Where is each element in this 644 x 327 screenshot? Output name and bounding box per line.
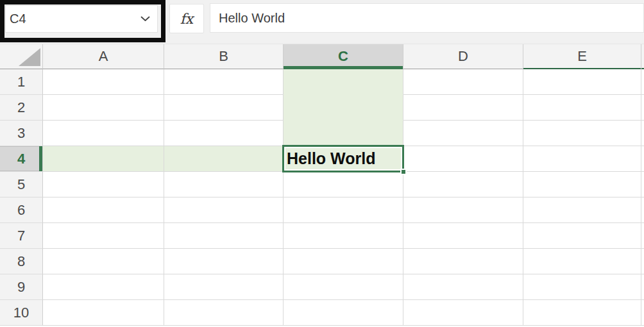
cell-C6[interactable] xyxy=(284,197,403,223)
column-header-D[interactable]: D xyxy=(403,44,523,69)
cell-E3[interactable] xyxy=(523,121,641,146)
cell-C10[interactable] xyxy=(284,300,403,326)
cell-overflow-10 xyxy=(641,300,644,326)
grid-row-6: 6 xyxy=(0,197,644,223)
row-header-label: 1 xyxy=(17,74,25,90)
column-header-B[interactable]: B xyxy=(164,44,284,69)
row-header-1[interactable]: 1 xyxy=(0,69,43,95)
grid-row-2: 2 xyxy=(0,95,644,121)
row-header-10[interactable]: 10 xyxy=(0,300,43,326)
cell-E10[interactable] xyxy=(523,300,641,326)
cell-C2[interactable] xyxy=(284,95,403,121)
cell-A6[interactable] xyxy=(43,197,164,223)
row-header-4[interactable]: 4 xyxy=(0,146,43,172)
row-header-8[interactable]: 8 xyxy=(0,249,43,274)
cell-overflow-6 xyxy=(641,197,644,223)
select-all-corner[interactable] xyxy=(0,44,43,69)
cell-A2[interactable] xyxy=(43,95,164,121)
row-header-label: 6 xyxy=(17,202,25,219)
cell-D5[interactable] xyxy=(403,172,523,197)
cell-E5[interactable] xyxy=(523,172,641,197)
cell-A5[interactable] xyxy=(43,172,164,197)
grid-row-9: 9 xyxy=(0,274,644,300)
cell-E2[interactable] xyxy=(523,95,641,121)
cell-E1[interactable] xyxy=(523,69,641,95)
cell-D6[interactable] xyxy=(403,197,523,223)
formula-bar-value[interactable]: Hello World xyxy=(210,11,285,26)
row-header-label: 3 xyxy=(17,125,25,142)
fill-handle[interactable] xyxy=(400,169,407,175)
row-header-label: 8 xyxy=(17,253,25,270)
row-selection-bar xyxy=(39,146,42,171)
cell-B2[interactable] xyxy=(164,95,284,121)
grid-row-1: 1 xyxy=(0,69,644,95)
column-header-row: ABCDE xyxy=(0,44,644,69)
cell-D1[interactable] xyxy=(403,69,523,95)
row-header-9[interactable]: 9 xyxy=(0,274,43,300)
name-box-value[interactable]: C4 xyxy=(6,12,140,26)
cell-B1[interactable] xyxy=(164,69,284,95)
column-header-A[interactable]: A xyxy=(43,44,164,69)
cell-E8[interactable] xyxy=(523,249,641,274)
column-header-C[interactable]: C xyxy=(284,44,403,69)
cell-B7[interactable] xyxy=(164,223,284,249)
cell-A7[interactable] xyxy=(43,223,164,249)
row-header-3[interactable]: 3 xyxy=(0,121,43,146)
cell-C9[interactable] xyxy=(284,274,403,300)
cell-D8[interactable] xyxy=(403,249,523,274)
cell-D3[interactable] xyxy=(403,121,523,146)
cell-B8[interactable] xyxy=(164,249,284,274)
cell-C7[interactable] xyxy=(284,223,403,249)
row-header-label: 10 xyxy=(13,305,29,321)
grid-row-4: 4Hello World xyxy=(0,146,644,172)
cell-E9[interactable] xyxy=(523,274,641,300)
row-header-2[interactable]: 2 xyxy=(0,95,43,121)
cell-E4[interactable] xyxy=(523,146,641,172)
cell-A3[interactable] xyxy=(43,121,164,146)
chevron-down-icon[interactable] xyxy=(140,16,150,22)
cell-overflow-1 xyxy=(641,69,644,95)
row-header-7[interactable]: 7 xyxy=(0,223,43,249)
formula-bar[interactable]: Hello World xyxy=(210,3,644,33)
name-box[interactable]: C4 xyxy=(5,5,158,33)
cell-E6[interactable] xyxy=(523,197,641,223)
active-cell-value: Hello World xyxy=(287,146,375,171)
cell-B3[interactable] xyxy=(164,121,284,146)
cell-E7[interactable] xyxy=(523,223,641,249)
cell-C8[interactable] xyxy=(284,249,403,274)
cell-D7[interactable] xyxy=(403,223,523,249)
cell-C4[interactable]: Hello World xyxy=(284,146,403,172)
cell-A9[interactable] xyxy=(43,274,164,300)
formula-bar-row: C4 fx Hello World xyxy=(0,0,644,44)
row-header-5[interactable]: 5 xyxy=(0,172,43,197)
cell-A10[interactable] xyxy=(43,300,164,326)
cell-C3[interactable] xyxy=(284,121,403,146)
cell-D2[interactable] xyxy=(403,95,523,121)
cell-A1[interactable] xyxy=(43,69,164,95)
grid-row-10: 10 xyxy=(0,300,644,326)
column-header-E[interactable]: E xyxy=(523,44,641,69)
cell-D9[interactable] xyxy=(403,274,523,300)
cell-A4[interactable] xyxy=(43,146,164,172)
row-header-label: 4 xyxy=(17,151,25,167)
cell-C5[interactable] xyxy=(284,172,403,197)
cell-B6[interactable] xyxy=(164,197,284,223)
column-header-overflow xyxy=(641,44,644,69)
fx-icon: fx xyxy=(180,11,194,27)
grid-body: 1234Hello World5678910 xyxy=(0,69,644,326)
cell-B4[interactable] xyxy=(164,146,284,172)
row-header-6[interactable]: 6 xyxy=(0,197,43,223)
cell-C1[interactable] xyxy=(284,69,403,95)
cell-D4[interactable] xyxy=(403,146,523,172)
cell-B9[interactable] xyxy=(164,274,284,300)
cell-overflow-5 xyxy=(641,172,644,197)
cell-D10[interactable] xyxy=(403,300,523,326)
cell-B5[interactable] xyxy=(164,172,284,197)
spreadsheet-app: C4 fx Hello World ABCDE 1234Hello World5… xyxy=(0,0,644,327)
grid-row-5: 5 xyxy=(0,172,644,197)
grid-row-3: 3 xyxy=(0,121,644,146)
row-header-label: 2 xyxy=(17,99,25,116)
cell-B10[interactable] xyxy=(164,300,284,326)
insert-function-button[interactable]: fx xyxy=(169,4,204,33)
cell-A8[interactable] xyxy=(43,249,164,274)
